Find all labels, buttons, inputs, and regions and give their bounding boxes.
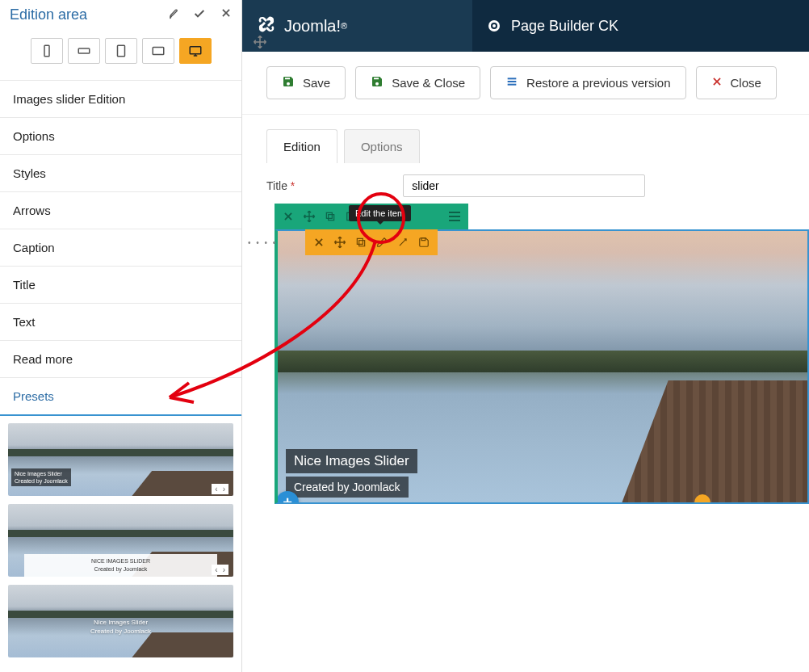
preset-1-nav: ‹›: [212, 484, 228, 494]
svg-rect-6: [190, 47, 201, 54]
preset-3-title: Nice Images Slider: [8, 618, 233, 627]
tooltip: Edit the item: [349, 205, 411, 221]
row-move-icon[interactable]: [299, 207, 320, 226]
close-icon[interactable]: [220, 7, 232, 23]
device-desktop[interactable]: [179, 38, 212, 64]
section-caption[interactable]: Caption: [0, 229, 241, 267]
preset-3-subtitle: Created by Joomlack: [8, 627, 233, 636]
item-edit-icon[interactable]: [371, 233, 392, 252]
device-tablet-portrait[interactable]: [105, 38, 137, 64]
svg-rect-5: [153, 48, 164, 55]
svg-rect-4: [117, 45, 124, 57]
presets-list: Nice Images Slider Created by Joomlack ‹…: [0, 415, 241, 666]
resize-dots[interactable]: • • • •: [248, 238, 277, 247]
row-drag-handle[interactable]: [250, 32, 270, 52]
sidebar-title: Edition area: [10, 6, 87, 23]
joomla-brand-text: Joomla!: [284, 17, 341, 36]
slide-caption: Nice Images Slider: [286, 449, 417, 473]
save-icon: [371, 75, 384, 90]
svg-rect-23: [357, 238, 363, 244]
sidebar: Edition area: [0, 0, 242, 672]
preset-1-subtitle: Created by Joomlack: [15, 477, 68, 485]
brush-icon[interactable]: [166, 7, 178, 23]
device-selector: [0, 30, 241, 80]
preset-2-subtitle: Created by Joomlack: [27, 565, 214, 573]
preset-1-title: Nice Images Slider: [15, 470, 68, 477]
preset-2-nav: ‹›: [212, 565, 228, 575]
tab-options[interactable]: Options: [344, 129, 420, 163]
svg-rect-9: [508, 78, 517, 79]
svg-rect-11: [508, 84, 517, 86]
preset-3[interactable]: Nice Images Slider Created by Joomlack: [8, 585, 233, 657]
page-builder-brand: Page Builder CK: [472, 0, 809, 52]
topbar: Joomla!® Page Builder CK: [242, 0, 809, 52]
title-input[interactable]: [403, 174, 645, 197]
save-close-button[interactable]: Save & Close: [355, 66, 480, 99]
restore-icon: [505, 75, 518, 90]
tabs: Edition Options: [242, 115, 809, 163]
item-copy-icon[interactable]: [350, 233, 371, 252]
save-button[interactable]: Save: [266, 66, 346, 99]
svg-rect-3: [78, 48, 90, 53]
item-magic-icon[interactable]: [392, 233, 413, 252]
main-area: Joomla!® Page Builder CK Save Save & Clo…: [242, 0, 809, 672]
check-icon[interactable]: [193, 7, 206, 23]
section-presets[interactable]: Presets: [0, 377, 241, 416]
device-phone-landscape[interactable]: [68, 38, 100, 64]
sidebar-header: Edition area: [0, 0, 241, 30]
slider-preview[interactable]: Nice Images Slider Created by Joomlack +: [275, 229, 809, 504]
svg-rect-17: [326, 212, 332, 218]
preset-2-title: NICE IMAGES SLIDER: [27, 557, 214, 565]
device-tablet-landscape[interactable]: [142, 38, 174, 64]
section-title[interactable]: Title: [0, 266, 241, 304]
svg-rect-2: [44, 45, 49, 57]
tab-edition[interactable]: Edition: [266, 129, 337, 163]
close-icon: [711, 76, 723, 90]
svg-rect-16: [329, 215, 334, 220]
row-menu-icon[interactable]: [444, 207, 465, 226]
radio-icon: [488, 20, 500, 32]
preset-1[interactable]: Nice Images Slider Created by Joomlack ‹…: [8, 423, 233, 496]
item-save-icon[interactable]: [413, 233, 434, 252]
svg-rect-22: [359, 241, 365, 246]
slide-subcaption: Created by Joomlack: [286, 477, 409, 498]
item-close-icon[interactable]: [308, 233, 329, 252]
section-arrows[interactable]: Arrows: [0, 191, 241, 229]
title-label: Title *: [266, 179, 295, 192]
section-styles[interactable]: Styles: [0, 154, 241, 192]
item-move-icon[interactable]: [329, 233, 350, 252]
section-text[interactable]: Text: [0, 303, 241, 341]
section-options[interactable]: Options: [0, 117, 241, 155]
action-bar: Save Save & Close Restore a previous ver…: [242, 52, 809, 115]
close-button[interactable]: Close: [696, 66, 777, 99]
restore-button[interactable]: Restore a previous version: [490, 66, 685, 99]
svg-rect-24: [421, 238, 425, 241]
section-images-slider-edition[interactable]: Images slider Edition: [0, 80, 241, 118]
device-phone-portrait[interactable]: [31, 38, 63, 64]
page-builder-text: Page Builder CK: [511, 18, 618, 35]
section-read-more[interactable]: Read more: [0, 340, 241, 378]
joomla-brand: Joomla!®: [242, 0, 472, 52]
title-row: Title *: [242, 163, 809, 204]
row-close-icon[interactable]: [278, 207, 299, 226]
item-toolbar: [305, 229, 438, 255]
canvas-row: Edit the item Nice Images Slider Created…: [275, 204, 809, 504]
svg-rect-10: [508, 81, 517, 82]
row-copy-icon[interactable]: [320, 207, 341, 226]
preset-2[interactable]: NICE IMAGES SLIDER Created by Joomlack ‹…: [8, 504, 233, 577]
save-icon: [282, 75, 295, 90]
